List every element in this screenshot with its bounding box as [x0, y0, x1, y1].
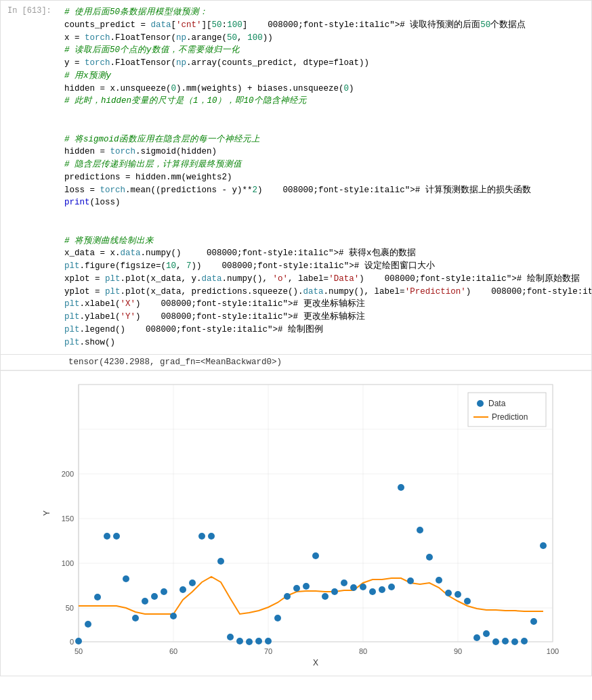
svg-point-30: [104, 533, 110, 540]
svg-point-48: [274, 615, 281, 621]
svg-point-62: [407, 577, 414, 584]
svg-point-35: [151, 593, 158, 600]
cell-output: tensor(4230.2988, grad_fn=<MeanBackward0…: [1, 355, 591, 370]
svg-point-63: [417, 527, 423, 533]
svg-point-43: [227, 634, 234, 640]
svg-point-73: [511, 638, 518, 645]
svg-point-38: [179, 586, 186, 593]
svg-point-54: [331, 588, 338, 595]
svg-point-51: [303, 583, 310, 590]
svg-point-61: [398, 484, 404, 491]
svg-point-28: [85, 621, 91, 628]
svg-point-59: [379, 586, 385, 593]
svg-text:70: 70: [264, 647, 272, 655]
svg-point-31: [113, 533, 120, 540]
svg-point-29: [94, 594, 101, 600]
svg-text:60: 60: [169, 647, 177, 655]
svg-text:90: 90: [454, 647, 462, 655]
svg-point-57: [360, 584, 366, 590]
svg-point-78: [477, 400, 484, 407]
svg-text:50: 50: [75, 647, 83, 655]
legend-prediction-label: Prediction: [492, 412, 528, 422]
svg-text:50: 50: [66, 604, 74, 612]
svg-point-60: [388, 584, 395, 590]
notebook-cell: In [613]: # 使用后面50条数据用模型做预测： counts_pred…: [0, 0, 592, 676]
svg-point-33: [132, 615, 139, 621]
svg-text:80: 80: [359, 647, 367, 655]
svg-point-67: [454, 591, 461, 598]
svg-point-45: [246, 638, 253, 645]
svg-point-34: [142, 598, 148, 605]
svg-point-64: [426, 554, 433, 561]
svg-point-27: [75, 638, 82, 644]
svg-point-52: [312, 552, 319, 559]
svg-text:150: 150: [62, 515, 74, 523]
code-content[interactable]: # 使用后面50条数据用模型做预测： counts_predict = data…: [62, 1, 591, 354]
svg-point-47: [265, 638, 272, 644]
svg-point-56: [350, 584, 357, 591]
svg-point-40: [198, 533, 205, 540]
svg-point-55: [341, 579, 347, 586]
svg-point-49: [284, 593, 291, 600]
svg-point-42: [217, 558, 224, 565]
svg-text:Y: Y: [42, 510, 51, 516]
svg-point-37: [170, 613, 177, 619]
svg-point-66: [445, 590, 452, 596]
svg-point-46: [255, 638, 262, 644]
svg-point-39: [189, 579, 196, 586]
cell-label: In [613]:: [1, 1, 62, 354]
svg-point-44: [236, 638, 243, 644]
svg-point-70: [483, 630, 490, 637]
svg-text:100: 100: [62, 559, 74, 567]
svg-point-50: [293, 585, 300, 592]
svg-text:100: 100: [547, 647, 559, 655]
svg-point-53: [322, 593, 329, 600]
svg-text:200: 200: [62, 470, 74, 478]
svg-point-76: [540, 542, 547, 549]
svg-point-74: [521, 638, 528, 644]
svg-point-58: [369, 588, 376, 595]
svg-point-68: [464, 598, 471, 605]
chart-container: 0 50 100 150 200 50 60 70 80 90 100 X Y: [1, 370, 591, 676]
svg-point-69: [473, 634, 480, 641]
svg-point-71: [492, 638, 499, 645]
svg-point-36: [161, 588, 167, 595]
svg-point-32: [123, 575, 129, 582]
svg-point-65: [436, 577, 442, 584]
matplotlib-chart: 0 50 100 150 200 50 60 70 80 90 100 X Y: [41, 378, 570, 669]
svg-point-41: [208, 533, 215, 540]
svg-text:X: X: [313, 658, 318, 668]
chart-wrap: 0 50 100 150 200 50 60 70 80 90 100 X Y: [41, 378, 570, 669]
svg-text:0: 0: [70, 638, 74, 646]
legend-data-label: Data: [488, 399, 506, 408]
svg-point-72: [502, 638, 509, 644]
cell-input: In [613]: # 使用后面50条数据用模型做预测： counts_pred…: [1, 1, 591, 355]
svg-point-75: [530, 618, 537, 625]
